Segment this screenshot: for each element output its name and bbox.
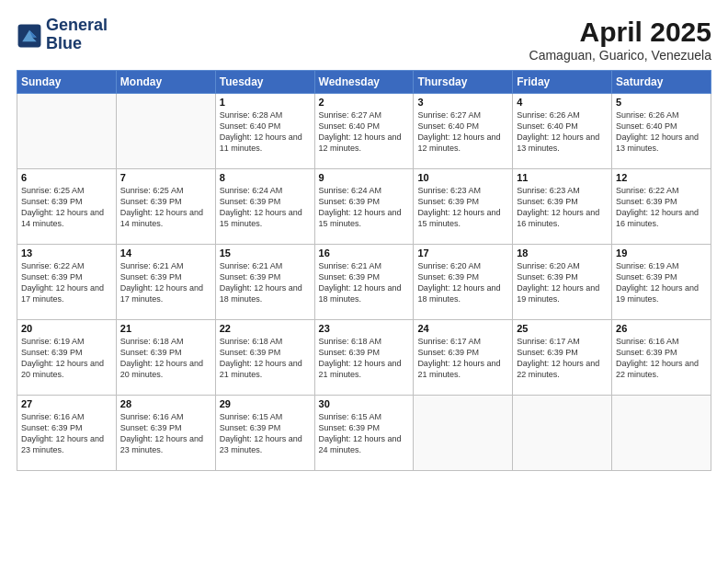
day-detail: Sunrise: 6:23 AMSunset: 6:39 PMDaylight:… [417,185,508,230]
day-number: 7 [120,172,211,183]
day-number: 29 [220,398,311,409]
day-detail: Sunrise: 6:20 AMSunset: 6:39 PMDaylight:… [417,260,508,305]
page: General Blue April 2025 Camaguan, Guaric… [0,0,728,563]
calendar-cell: 28Sunrise: 6:16 AMSunset: 6:39 PMDayligh… [116,396,215,471]
calendar-cell: 19Sunrise: 6:19 AMSunset: 6:39 PMDayligh… [612,245,711,320]
day-number: 1 [220,97,311,108]
day-detail: Sunrise: 6:28 AMSunset: 6:40 PMDaylight:… [220,109,311,155]
logo-text: General Blue [46,17,108,53]
day-detail: Sunrise: 6:17 AMSunset: 6:39 PMDaylight:… [417,336,508,381]
day-number: 28 [120,398,211,409]
calendar-cell: 4Sunrise: 6:26 AMSunset: 6:40 PMDaylight… [513,94,612,169]
calendar-cell: 16Sunrise: 6:21 AMSunset: 6:39 PMDayligh… [314,245,414,320]
col-sunday: Sunday [17,71,117,94]
day-number: 5 [616,97,707,108]
day-number: 3 [417,97,508,108]
day-detail: Sunrise: 6:27 AMSunset: 6:40 PMDaylight:… [319,109,410,155]
day-detail: Sunrise: 6:24 AMSunset: 6:39 PMDaylight:… [220,185,311,230]
calendar-table: Sunday Monday Tuesday Wednesday Thursday… [17,70,711,471]
calendar-cell: 29Sunrise: 6:15 AMSunset: 6:39 PMDayligh… [215,396,314,471]
day-detail: Sunrise: 6:18 AMSunset: 6:39 PMDaylight:… [120,336,211,381]
calendar-cell: 13Sunrise: 6:22 AMSunset: 6:39 PMDayligh… [17,245,117,320]
day-detail: Sunrise: 6:16 AMSunset: 6:39 PMDaylight:… [21,411,112,456]
calendar-week-row: 27Sunrise: 6:16 AMSunset: 6:39 PMDayligh… [17,396,711,471]
calendar-cell [17,94,117,169]
day-detail: Sunrise: 6:25 AMSunset: 6:39 PMDaylight:… [120,185,211,230]
calendar-week-row: 20Sunrise: 6:19 AMSunset: 6:39 PMDayligh… [17,320,711,396]
day-number: 20 [21,323,112,334]
calendar-cell [116,94,215,169]
day-detail: Sunrise: 6:16 AMSunset: 6:39 PMDaylight:… [616,336,707,381]
calendar-week-row: 1Sunrise: 6:28 AMSunset: 6:40 PMDaylight… [17,94,711,169]
day-number: 24 [417,323,508,334]
day-number: 26 [616,323,707,334]
calendar-week-row: 13Sunrise: 6:22 AMSunset: 6:39 PMDayligh… [17,245,711,320]
day-detail: Sunrise: 6:26 AMSunset: 6:40 PMDaylight:… [517,109,608,155]
calendar-cell [612,396,711,471]
day-number: 21 [120,323,211,334]
col-saturday: Saturday [612,71,711,94]
calendar-cell: 23Sunrise: 6:18 AMSunset: 6:39 PMDayligh… [314,320,414,396]
col-tuesday: Tuesday [215,71,314,94]
calendar-cell: 2Sunrise: 6:27 AMSunset: 6:40 PMDaylight… [314,94,414,169]
calendar-cell: 30Sunrise: 6:15 AMSunset: 6:39 PMDayligh… [314,396,414,471]
calendar-cell: 12Sunrise: 6:22 AMSunset: 6:39 PMDayligh… [612,169,711,245]
logo-icon [17,23,42,49]
day-detail: Sunrise: 6:20 AMSunset: 6:39 PMDaylight:… [517,260,608,305]
day-detail: Sunrise: 6:22 AMSunset: 6:39 PMDaylight:… [21,260,112,305]
calendar-cell: 10Sunrise: 6:23 AMSunset: 6:39 PMDayligh… [414,169,513,245]
calendar-header-row: Sunday Monday Tuesday Wednesday Thursday… [17,71,711,94]
day-number: 27 [21,398,112,409]
day-number: 22 [220,323,311,334]
day-detail: Sunrise: 6:22 AMSunset: 6:39 PMDaylight:… [616,185,707,230]
col-thursday: Thursday [414,71,513,94]
calendar-cell: 6Sunrise: 6:25 AMSunset: 6:39 PMDaylight… [17,169,117,245]
calendar-cell [513,396,612,471]
calendar-week-row: 6Sunrise: 6:25 AMSunset: 6:39 PMDaylight… [17,169,711,245]
calendar-cell: 3Sunrise: 6:27 AMSunset: 6:40 PMDaylight… [414,94,513,169]
day-detail: Sunrise: 6:19 AMSunset: 6:39 PMDaylight:… [616,260,707,305]
day-detail: Sunrise: 6:21 AMSunset: 6:39 PMDaylight:… [220,260,311,305]
day-detail: Sunrise: 6:15 AMSunset: 6:39 PMDaylight:… [319,411,410,456]
day-detail: Sunrise: 6:18 AMSunset: 6:39 PMDaylight:… [220,336,311,381]
col-wednesday: Wednesday [314,71,414,94]
calendar-cell: 17Sunrise: 6:20 AMSunset: 6:39 PMDayligh… [414,245,513,320]
calendar-cell: 8Sunrise: 6:24 AMSunset: 6:39 PMDaylight… [215,169,314,245]
calendar-cell: 22Sunrise: 6:18 AMSunset: 6:39 PMDayligh… [215,320,314,396]
day-detail: Sunrise: 6:21 AMSunset: 6:39 PMDaylight:… [120,260,211,305]
day-number: 15 [220,247,311,259]
calendar-cell: 27Sunrise: 6:16 AMSunset: 6:39 PMDayligh… [17,396,117,471]
day-number: 25 [517,323,608,334]
day-detail: Sunrise: 6:18 AMSunset: 6:39 PMDaylight:… [319,336,410,381]
calendar-cell: 15Sunrise: 6:21 AMSunset: 6:39 PMDayligh… [215,245,314,320]
logo: General Blue [17,17,108,53]
day-detail: Sunrise: 6:23 AMSunset: 6:39 PMDaylight:… [517,185,608,230]
header: General Blue April 2025 Camaguan, Guaric… [17,17,711,63]
day-detail: Sunrise: 6:26 AMSunset: 6:40 PMDaylight:… [616,109,707,155]
calendar-cell: 5Sunrise: 6:26 AMSunset: 6:40 PMDaylight… [612,94,711,169]
col-monday: Monday [116,71,215,94]
day-number: 13 [21,247,112,259]
day-number: 18 [517,247,608,259]
calendar-cell: 21Sunrise: 6:18 AMSunset: 6:39 PMDayligh… [116,320,215,396]
day-number: 12 [616,172,707,183]
calendar-cell: 26Sunrise: 6:16 AMSunset: 6:39 PMDayligh… [612,320,711,396]
day-detail: Sunrise: 6:19 AMSunset: 6:39 PMDaylight:… [21,336,112,381]
day-detail: Sunrise: 6:24 AMSunset: 6:39 PMDaylight:… [319,185,410,230]
day-number: 11 [517,172,608,183]
calendar-cell [414,396,513,471]
day-number: 4 [517,97,608,108]
day-number: 30 [319,398,410,409]
title-block: April 2025 Camaguan, Guarico, Venezuela [529,17,711,63]
day-number: 6 [21,172,112,183]
calendar-cell: 11Sunrise: 6:23 AMSunset: 6:39 PMDayligh… [513,169,612,245]
day-number: 10 [417,172,508,183]
day-number: 8 [220,172,311,183]
day-detail: Sunrise: 6:15 AMSunset: 6:39 PMDaylight:… [220,411,311,456]
calendar-cell: 7Sunrise: 6:25 AMSunset: 6:39 PMDaylight… [116,169,215,245]
calendar-cell: 25Sunrise: 6:17 AMSunset: 6:39 PMDayligh… [513,320,612,396]
calendar-cell: 14Sunrise: 6:21 AMSunset: 6:39 PMDayligh… [116,245,215,320]
day-number: 16 [319,247,410,259]
day-detail: Sunrise: 6:25 AMSunset: 6:39 PMDaylight:… [21,185,112,230]
day-number: 23 [319,323,410,334]
